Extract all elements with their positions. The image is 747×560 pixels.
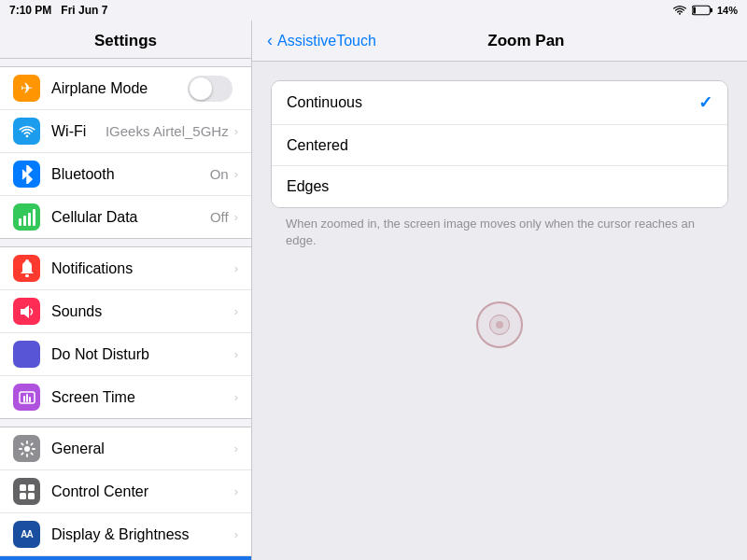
main-container: Settings ✈ Airplane Mode Wi-Fi IGee bbox=[0, 21, 747, 560]
sidebar-group-1: ✈ Airplane Mode Wi-Fi IGeeks Airtel_5GHz… bbox=[0, 66, 251, 239]
sidebar-item-label: Control Center bbox=[51, 483, 234, 500]
notifications-icon bbox=[13, 255, 40, 282]
svg-rect-6 bbox=[28, 213, 31, 226]
cellular-icon bbox=[13, 203, 40, 231]
cellular-value: Off bbox=[210, 209, 229, 225]
back-button[interactable]: ‹ AssistiveTouch bbox=[267, 31, 376, 50]
airplane-toggle[interactable] bbox=[188, 76, 233, 102]
back-chevron-icon: ‹ bbox=[267, 31, 273, 50]
assistive-touch-inner bbox=[489, 315, 510, 335]
wifi-value: IGeeks Airtel_5GHz bbox=[106, 123, 229, 139]
sidebar-item-bluetooth[interactable]: Bluetooth On › bbox=[0, 153, 251, 196]
screentime-icon bbox=[13, 384, 40, 411]
svg-rect-7 bbox=[33, 209, 35, 226]
hint-text: When zoomed in, the screen image moves o… bbox=[271, 208, 728, 249]
sidebar-item-accessibility[interactable]: Accessibility › bbox=[0, 556, 251, 560]
sidebar-item-notifications[interactable]: Notifications › bbox=[0, 247, 251, 290]
svg-rect-13 bbox=[20, 484, 26, 491]
sidebar-item-label: General bbox=[51, 441, 234, 457]
chevron-icon: › bbox=[234, 210, 238, 224]
sidebar-item-display[interactable]: AA Display & Brightness › bbox=[0, 513, 251, 556]
svg-marker-10 bbox=[21, 305, 29, 318]
sidebar-item-screentime[interactable]: Screen Time › bbox=[0, 376, 251, 418]
right-panel-title: Zoom Pan bbox=[376, 32, 676, 50]
option-label: Edges bbox=[287, 178, 712, 195]
status-date: Fri Jun 7 bbox=[61, 4, 107, 17]
bluetooth-value: On bbox=[210, 166, 229, 182]
display-icon: AA bbox=[13, 521, 40, 548]
chevron-icon: › bbox=[234, 441, 238, 455]
chevron-icon: › bbox=[234, 167, 238, 181]
sidebar-item-label: Notifications bbox=[51, 260, 234, 277]
option-edges[interactable]: Edges bbox=[272, 166, 727, 207]
chevron-icon: › bbox=[234, 527, 238, 541]
sidebar-title: Settings bbox=[0, 21, 251, 59]
sidebar-item-label: Do Not Disturb bbox=[51, 346, 234, 363]
sidebar-item-label: Bluetooth bbox=[51, 166, 210, 183]
sidebar-item-controlcenter[interactable]: Control Center › bbox=[0, 470, 251, 513]
sidebar-item-label: Display & Brightness bbox=[51, 526, 234, 543]
sounds-icon bbox=[13, 298, 40, 325]
back-label: AssistiveTouch bbox=[277, 33, 376, 49]
battery-icon bbox=[692, 5, 712, 16]
sidebar-item-airplane[interactable]: ✈ Airplane Mode bbox=[0, 67, 251, 110]
svg-rect-1 bbox=[711, 8, 712, 12]
status-right: 14% bbox=[672, 5, 738, 16]
right-panel: ‹ AssistiveTouch Zoom Pan Continuous ✓ C… bbox=[252, 21, 747, 560]
general-icon bbox=[13, 435, 40, 462]
svg-point-12 bbox=[24, 446, 30, 452]
checkmark-icon: ✓ bbox=[698, 92, 712, 113]
svg-point-3 bbox=[25, 135, 28, 138]
battery-level: 14% bbox=[717, 5, 738, 16]
sidebar-group-2: Notifications › Sounds › bbox=[0, 246, 251, 419]
sidebar-item-label: Sounds bbox=[51, 303, 234, 320]
svg-rect-15 bbox=[20, 493, 26, 499]
status-left: 7:10 PM Fri Jun 7 bbox=[9, 4, 107, 17]
sidebar-group-3: General › Control Center › AA Display & bbox=[0, 427, 251, 560]
chevron-icon: › bbox=[234, 124, 238, 138]
svg-rect-9 bbox=[25, 274, 29, 277]
bluetooth-icon bbox=[13, 161, 40, 188]
controlcenter-icon bbox=[13, 478, 40, 505]
sidebar-item-label: Cellular Data bbox=[51, 209, 210, 226]
option-continuous[interactable]: Continuous ✓ bbox=[272, 81, 727, 125]
sidebar-item-wifi[interactable]: Wi-Fi IGeeks Airtel_5GHz › bbox=[0, 110, 251, 153]
svg-rect-4 bbox=[19, 218, 21, 226]
sidebar-item-donotdisturb[interactable]: Do Not Disturb › bbox=[0, 333, 251, 376]
wifi-setting-icon bbox=[13, 118, 40, 145]
svg-rect-16 bbox=[28, 493, 35, 499]
right-content: Continuous ✓ Centered Edges When zoomed … bbox=[252, 62, 747, 560]
option-label: Continuous bbox=[287, 94, 698, 111]
chevron-icon: › bbox=[234, 484, 238, 498]
svg-rect-5 bbox=[23, 216, 26, 226]
chevron-icon: › bbox=[234, 261, 238, 275]
sidebar: Settings ✈ Airplane Mode Wi-Fi IGee bbox=[0, 21, 252, 560]
options-list: Continuous ✓ Centered Edges bbox=[271, 80, 728, 208]
assistive-touch-button[interactable] bbox=[476, 301, 523, 348]
option-label: Centered bbox=[287, 137, 712, 154]
chevron-icon: › bbox=[234, 347, 238, 361]
donotdisturb-icon bbox=[13, 341, 40, 368]
sidebar-item-label: Wi-Fi bbox=[51, 123, 106, 140]
chevron-icon: › bbox=[234, 390, 238, 404]
sidebar-item-general[interactable]: General › bbox=[0, 427, 251, 470]
wifi-icon bbox=[672, 5, 687, 16]
right-header: ‹ AssistiveTouch Zoom Pan bbox=[252, 21, 747, 62]
svg-rect-8 bbox=[25, 259, 29, 262]
sidebar-item-cellular[interactable]: Cellular Data Off › bbox=[0, 196, 251, 238]
svg-rect-2 bbox=[693, 7, 696, 13]
option-centered[interactable]: Centered bbox=[272, 125, 727, 166]
airplane-icon: ✈ bbox=[13, 75, 40, 102]
status-time: 7:10 PM bbox=[9, 4, 51, 17]
chevron-icon: › bbox=[234, 304, 238, 318]
svg-rect-14 bbox=[28, 484, 35, 491]
sidebar-item-label: Screen Time bbox=[51, 389, 234, 406]
sidebar-item-label: Airplane Mode bbox=[51, 80, 188, 97]
status-bar: 7:10 PM Fri Jun 7 14% bbox=[0, 0, 747, 21]
sidebar-item-sounds[interactable]: Sounds › bbox=[0, 290, 251, 333]
assistive-touch-dot bbox=[496, 321, 503, 329]
